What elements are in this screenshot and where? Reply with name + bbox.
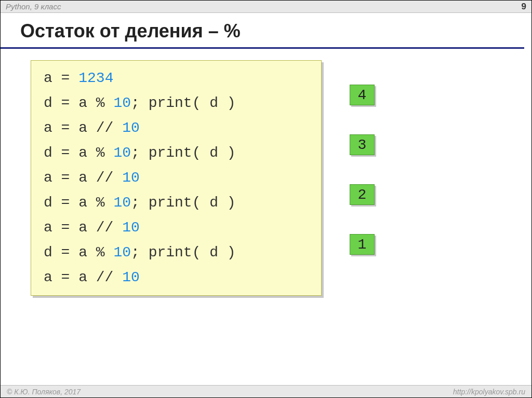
code-line: a = a // 10 [44, 265, 311, 290]
output-badge: 2 [350, 184, 375, 205]
code-block: a = 1234 d = a % 10; print( d ) a = a //… [31, 60, 322, 296]
code-line: a = a // 10 [44, 166, 311, 190]
code-line: d = a % 10; print( d ) [44, 91, 311, 116]
output-badge: 3 [350, 134, 375, 155]
code-line: d = a % 10; print( d ) [44, 240, 311, 265]
header-bar: Python, 9 класс 9 [1, 1, 531, 13]
code-line: a = 1234 [44, 66, 311, 91]
header-left: Python, 9 класс [6, 2, 61, 11]
footer-left: © К.Ю. Поляков, 2017 [7, 388, 81, 396]
slide-title: Остаток от деления – % [1, 13, 524, 49]
code-line: d = a % 10; print( d ) [44, 141, 311, 166]
page-number: 9 [522, 2, 526, 12]
footer-right: http://kpolyakov.spb.ru [453, 388, 525, 396]
content-area: a = 1234 d = a % 10; print( d ) a = a //… [1, 49, 531, 296]
footer-bar: © К.Ю. Поляков, 2017 http://kpolyakov.sp… [1, 385, 531, 397]
code-line: d = a % 10; print( d ) [44, 190, 311, 215]
slide-page: Python, 9 класс 9 Остаток от деления – %… [0, 0, 532, 398]
output-badge: 1 [350, 234, 375, 255]
code-line: a = a // 10 [44, 215, 311, 240]
output-badge: 4 [350, 85, 375, 105]
code-line: a = a // 10 [44, 116, 311, 141]
